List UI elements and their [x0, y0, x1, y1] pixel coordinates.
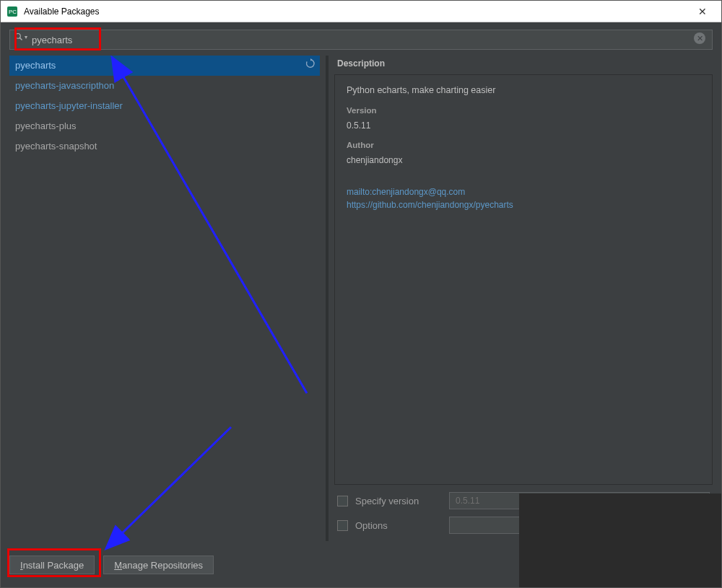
package-item[interactable]: pyecharts-plus	[9, 116, 320, 136]
version-label: Version	[347, 105, 700, 117]
package-item[interactable]: pyecharts	[9, 56, 320, 76]
svg-text:PC: PC	[9, 9, 17, 15]
search-input[interactable]	[9, 30, 713, 50]
homepage-link[interactable]: https://github.com/chenjiandongx/pyechar…	[347, 198, 700, 211]
packages-window: PC Available Packages ✕ ▾ ✕ pyechartspye…	[0, 0, 722, 588]
options-checkbox[interactable]	[337, 520, 348, 531]
install-package-button[interactable]: Install Package	[9, 556, 95, 574]
description-box: Python echarts, make charting easier Ver…	[334, 74, 713, 485]
package-item[interactable]: pyecharts-snapshot	[9, 136, 320, 157]
description-panel: Description Python echarts, make chartin…	[334, 56, 713, 541]
specify-version-label: Specify version	[355, 496, 442, 506]
package-list-panel: pyechartspyecharts-javascripthonpyechart…	[9, 56, 320, 541]
refresh-icon[interactable]	[305, 58, 316, 73]
clear-search-icon[interactable]: ✕	[694, 32, 705, 44]
app-icon: PC	[6, 6, 18, 17]
window-title: Available Packages	[24, 6, 690, 17]
version-value: 0.5.11	[347, 119, 700, 132]
package-item[interactable]: pyecharts-javascripthon	[9, 76, 320, 96]
splitter[interactable]	[326, 56, 329, 541]
specify-version-checkbox[interactable]	[337, 496, 348, 506]
author-value: chenjiandongx	[347, 154, 700, 167]
manage-repositories-button[interactable]: Manage Repositories	[103, 556, 214, 574]
install-text: nstall Package	[23, 560, 84, 571]
mailto-link[interactable]: mailto:chenjiandongx@qq.com	[347, 185, 700, 198]
titlebar: PC Available Packages ✕	[1, 1, 721, 22]
manage-underline: M	[114, 560, 122, 571]
body-row: pyechartspyecharts-javascripthonpyechart…	[1, 56, 721, 547]
overlay-block	[519, 493, 721, 587]
package-list[interactable]: pyechartspyecharts-javascripthonpyechart…	[9, 56, 320, 541]
close-icon[interactable]: ✕	[690, 3, 716, 20]
author-label: Author	[347, 139, 700, 152]
manage-text: anage Repositories	[122, 560, 203, 571]
search-row: ▾ ✕	[1, 22, 721, 56]
description-header: Description	[334, 56, 713, 74]
options-label: Options	[355, 520, 442, 531]
package-item[interactable]: pyecharts-jupyter-installer	[9, 96, 320, 116]
package-summary: Python echarts, make charting easier	[347, 84, 700, 97]
